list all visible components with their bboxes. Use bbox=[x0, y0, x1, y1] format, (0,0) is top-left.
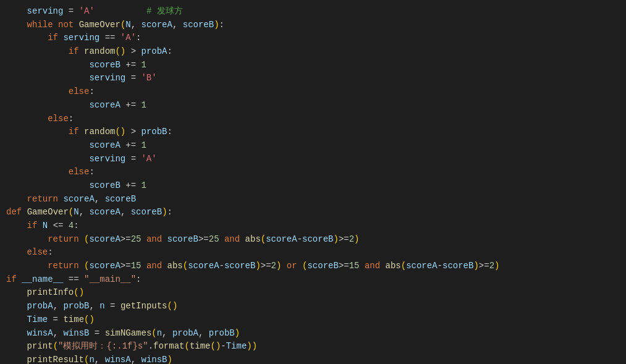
code-line: return (scoreA>=15 and abs(scoreA-scoreB… bbox=[0, 260, 626, 273]
code-line: printResult(n, winsA, winsB) bbox=[0, 353, 626, 364]
code-line: else: bbox=[0, 112, 626, 126]
code-line: else: bbox=[0, 85, 626, 99]
code-line: if __name__ == "__main__": bbox=[0, 273, 626, 287]
code-line: scoreA += 1 bbox=[0, 99, 626, 112]
code-line: Time = time() bbox=[0, 313, 626, 327]
code-line: else: bbox=[0, 246, 626, 260]
code-line: else: bbox=[0, 166, 626, 179]
code-line: serving = 'A' # 发球方 bbox=[0, 5, 626, 19]
code-line: if random() > probA: bbox=[0, 45, 626, 59]
code-line: winsA, winsB = simNGames(n, probA, probB… bbox=[0, 327, 626, 341]
code-line: print("模拟用时：{:.1f}s".format(time()-Time)… bbox=[0, 340, 626, 353]
code-line: serving = 'B' bbox=[0, 72, 626, 85]
code-line: if N <= 4: bbox=[0, 219, 626, 233]
code-line: printInfo() bbox=[0, 286, 626, 300]
code-line: return (scoreA>=25 and scoreB>=25 and ab… bbox=[0, 233, 626, 247]
code-line: probA, probB, n = getInputs() bbox=[0, 300, 626, 313]
code-line: if serving == 'A': bbox=[0, 32, 626, 45]
code-line: if random() > probB: bbox=[0, 125, 626, 139]
code-line: serving = 'A' bbox=[0, 153, 626, 166]
code-line: scoreA += 1 bbox=[0, 139, 626, 153]
code-line: while not GameOver(N, scoreA, scoreB): bbox=[0, 19, 626, 32]
code-line: scoreB += 1 bbox=[0, 59, 626, 72]
code-line: def GameOver(N, scoreA, scoreB): bbox=[0, 206, 626, 219]
code-editor: serving = 'A' # 发球方 while not GameOver(N… bbox=[0, 0, 626, 364]
code-line: return scoreA, scoreB bbox=[0, 193, 626, 206]
code-line: scoreB += 1 bbox=[0, 179, 626, 193]
